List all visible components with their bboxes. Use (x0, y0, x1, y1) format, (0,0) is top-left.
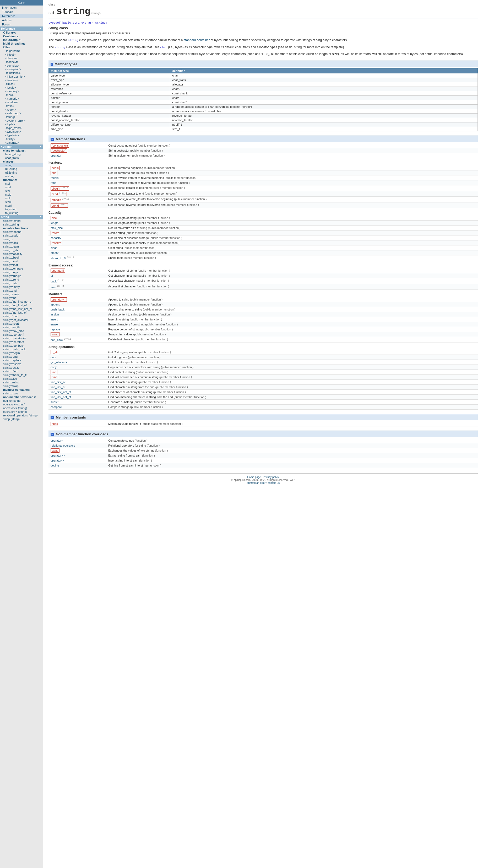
func-link[interactable]: cend C++11 (51, 192, 67, 196)
sidebar-string-destructor[interactable]: string::~string (0, 219, 43, 223)
func-link[interactable]: substr (51, 400, 59, 404)
sidebar-string-rbegin[interactable]: string::rbegin (0, 351, 43, 355)
sidebar-exception[interactable]: <exception> (0, 67, 43, 71)
sidebar-string-class[interactable]: string (0, 163, 43, 167)
sidebar-string-npos[interactable]: string::npos (0, 392, 43, 395)
sidebar-relational-operators[interactable]: relational operators (string) (0, 413, 43, 417)
nav-tutorials[interactable]: Tutorials (0, 10, 43, 14)
sidebar-basic-string[interactable]: basic_string (0, 152, 43, 156)
func-link[interactable]: clear (51, 246, 57, 249)
func-link[interactable]: capacity (51, 236, 61, 240)
expand-reference-icon[interactable]: ▼ (39, 27, 42, 30)
sidebar-string-copy[interactable]: string::copy (0, 270, 43, 274)
sidebar-functional[interactable]: <functional> (0, 71, 43, 75)
func-link[interactable]: compare (51, 405, 62, 409)
sidebar-operator-plus[interactable]: operator+ (string) (0, 403, 43, 406)
func-link[interactable]: rbegin (51, 176, 59, 179)
sidebar-getline[interactable]: getline (string) (0, 399, 43, 403)
sidebar-typeindex[interactable]: <typeindex> (0, 130, 43, 133)
sidebar-string-begin[interactable]: string::begin (0, 245, 43, 248)
sidebar-string[interactable]: <string> (0, 115, 43, 119)
sidebar-string-at[interactable]: string::at (0, 237, 43, 241)
sidebar-string-rend[interactable]: string::rend (0, 355, 43, 359)
sidebar-string-back[interactable]: string::back (0, 241, 43, 245)
func-link[interactable]: empty (51, 251, 59, 254)
sidebar-typeinfo[interactable]: <typeinfo> (0, 133, 43, 137)
sidebar-string-erase[interactable]: string::erase (0, 292, 43, 296)
sidebar-string-operator-bracket[interactable]: string::operator[] (0, 333, 43, 336)
sidebar-stoll[interactable]: stoll (0, 196, 43, 200)
func-link[interactable]: find_first_not_of (51, 391, 71, 394)
func-link[interactable]: c_str (51, 350, 59, 354)
sidebar-other[interactable]: Other: (0, 45, 43, 49)
nav-forum[interactable]: Forum (0, 22, 43, 27)
func-link[interactable]: begin (51, 166, 60, 170)
sidebar-stod[interactable]: stod (0, 185, 43, 189)
sidebar-string-resize[interactable]: string::resize (0, 366, 43, 370)
destructor-name[interactable]: (destructor) (51, 148, 67, 153)
func-link[interactable]: operator[] (51, 269, 65, 273)
func-link[interactable]: size (51, 216, 58, 220)
sidebar-string-size[interactable]: string::size (0, 377, 43, 380)
func-link[interactable]: getline (51, 464, 59, 467)
sidebar-string-append[interactable]: string::append (0, 230, 43, 234)
sidebar-stof[interactable]: stof (0, 182, 43, 185)
func-link[interactable]: crend C++11 (51, 204, 68, 208)
sidebar-algorithm[interactable]: <algorithm> (0, 49, 43, 53)
func-link[interactable]: erase (51, 323, 58, 326)
sidebar-string-length[interactable]: string::length (0, 326, 43, 329)
sidebar-system-error[interactable]: <system_error> (0, 119, 43, 122)
sidebar-char-traits[interactable]: char_traits (0, 156, 43, 160)
sidebar-complex[interactable]: <complex> (0, 64, 43, 67)
sidebar-initializer-list[interactable]: <initializer_list> (0, 75, 43, 79)
sidebar-operator-left-shift[interactable]: operator<< (string) (0, 406, 43, 410)
func-link[interactable]: operator+= (51, 298, 67, 302)
sidebar-string-shrink-to-fit[interactable]: string::shrink_to_fit (0, 373, 43, 377)
func-link[interactable]: operator>> (51, 454, 65, 457)
sidebar-string-crend[interactable]: string::crend (0, 278, 43, 281)
sidebar-string-compare[interactable]: string::compare (0, 267, 43, 270)
func-link[interactable]: rfind (51, 375, 58, 379)
sidebar-string-crbegin[interactable]: string::crbegin (0, 274, 43, 278)
func-link[interactable]: front C++11 (51, 286, 64, 289)
func-link[interactable]: get_allocator (51, 361, 67, 364)
func-link[interactable]: insert (51, 318, 58, 321)
sidebar-stold[interactable]: stold (0, 193, 43, 196)
sidebar-string-get-allocator[interactable]: string::get_allocator (0, 318, 43, 322)
func-link[interactable]: data (51, 355, 56, 359)
sidebar-to-wstring[interactable]: to_wstring (0, 211, 43, 215)
func-link[interactable]: find_last_of (51, 385, 65, 389)
sidebar-string-max-size[interactable]: string::max_size (0, 329, 43, 333)
sidebar-regex[interactable]: <regex> (0, 108, 43, 112)
sidebar-string-find-first-of[interactable]: string::find_first_of (0, 303, 43, 307)
nav-information[interactable]: Information (0, 5, 43, 10)
func-link[interactable]: shrink_to_fit C++11 (51, 257, 74, 260)
sidebar-string-front[interactable]: string::front (0, 314, 43, 318)
sidebar-string-reserve[interactable]: string::reserve (0, 362, 43, 366)
sidebar-limits[interactable]: <limits> (0, 82, 43, 86)
func-link[interactable]: at (51, 274, 53, 277)
operator-assign-name[interactable]: operator= (51, 154, 63, 157)
sidebar-valarray[interactable]: <valarray> (0, 141, 43, 145)
sidebar-containers[interactable]: Containers: (0, 34, 43, 38)
func-link[interactable]: push_back (51, 308, 64, 311)
sidebar-iterator[interactable]: <iterator> (0, 79, 43, 82)
constructor-name[interactable]: (constructor) (51, 144, 69, 148)
sidebar-tuple[interactable]: <tuple> (0, 122, 43, 126)
sidebar-input-output[interactable]: Input/Output: (0, 38, 43, 42)
sidebar-string-cstr[interactable]: string::c_str (0, 248, 43, 252)
sidebar-string-find-first-not-of[interactable]: string::find_first_not_of (0, 300, 43, 303)
sidebar-string-constructor[interactable]: string::string (0, 223, 43, 226)
func-link[interactable]: reserve (51, 241, 62, 245)
sidebar-swap-string[interactable]: swap (string) (0, 417, 43, 421)
sidebar-string-substr[interactable]: string::substr (0, 380, 43, 384)
sidebar-string-find[interactable]: string::find (0, 296, 43, 300)
func-link[interactable]: replace (51, 328, 60, 331)
footer-privacy[interactable]: Privacy policy (263, 476, 279, 478)
func-link[interactable]: end (51, 171, 57, 175)
sidebar-string-empty[interactable]: string::empty (0, 285, 43, 289)
sidebar-random[interactable]: <random> (0, 100, 43, 104)
sidebar-string-replace[interactable]: string::replace (0, 359, 43, 362)
sidebar-stoul[interactable]: stoul (0, 200, 43, 204)
sidebar-bitset[interactable]: <bitset> (0, 53, 43, 56)
